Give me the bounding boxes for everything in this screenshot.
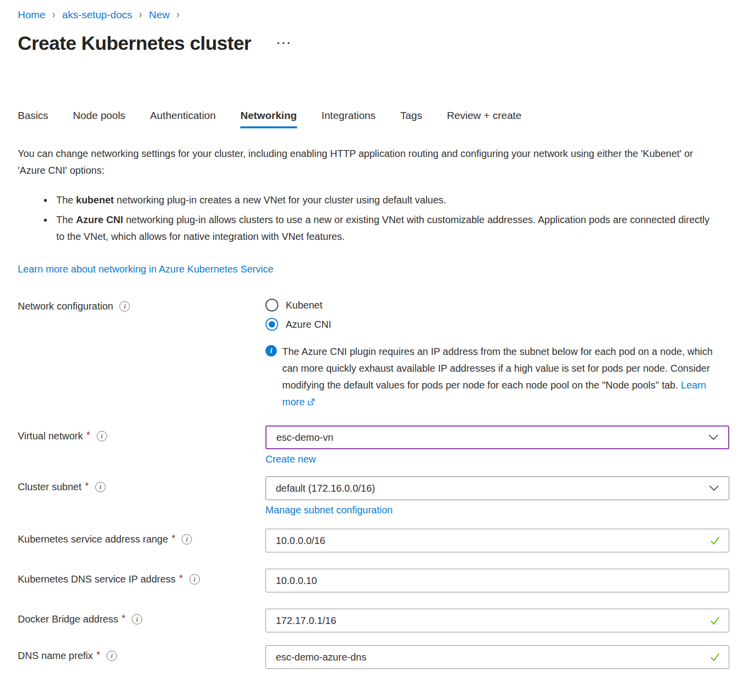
- info-filled-icon: i: [265, 345, 277, 356]
- field-label-text: Network configuration: [18, 301, 113, 312]
- tab-basics[interactable]: Basics: [18, 110, 48, 128]
- cluster-subnet-select[interactable]: default (172.16.0.0/16): [265, 476, 729, 500]
- field-label-text: Cluster subnet: [18, 481, 81, 493]
- docker-bridge-row: Docker Bridge address * i: [18, 609, 729, 632]
- virtual-network-row: Virtual network * i esc-demo-vn Create n…: [18, 426, 729, 465]
- breadcrumb: Home › aks-setup-docs › New ›: [13, 9, 729, 21]
- dns-service-ip-input[interactable]: [265, 569, 729, 592]
- bullet-azure-cni: The Azure CNI networking plug-in allows …: [53, 211, 710, 245]
- field-label-text: Docker Bridge address: [18, 614, 118, 625]
- required-asterisk: *: [85, 480, 89, 492]
- networking-form: Network configuration i Kubenet Azure CN…: [18, 299, 729, 669]
- tab-integrations[interactable]: Integrations: [322, 110, 376, 128]
- tab-authentication[interactable]: Authentication: [150, 110, 216, 128]
- required-asterisk: *: [121, 613, 125, 624]
- info-note-text: The Azure CNI plugin requires an IP addr…: [282, 343, 729, 410]
- radio-option-azure-cni[interactable]: Azure CNI: [265, 318, 331, 331]
- valid-checkmark-icon: [709, 534, 721, 547]
- info-icon[interactable]: i: [97, 431, 107, 441]
- manage-subnet-configuration-link[interactable]: Manage subnet configuration: [265, 505, 393, 516]
- chevron-right-icon: ›: [177, 8, 180, 22]
- create-new-vnet-link[interactable]: Create new: [265, 454, 316, 465]
- info-icon[interactable]: i: [95, 482, 106, 492]
- info-icon[interactable]: i: [107, 651, 117, 661]
- required-asterisk: *: [96, 649, 100, 661]
- required-asterisk: *: [179, 573, 183, 584]
- chevron-down-icon: [709, 485, 719, 491]
- info-icon[interactable]: i: [132, 614, 142, 624]
- dns-service-ip-row: Kubernetes DNS service IP address * i: [18, 569, 729, 592]
- info-note-body: The Azure CNI plugin requires an IP addr…: [282, 346, 712, 390]
- cluster-subnet-value: default (172.16.0.0/16): [276, 483, 375, 494]
- required-asterisk: *: [172, 533, 176, 544]
- service-address-range-row: Kubernetes service address range * i: [18, 529, 729, 552]
- azure-cni-info-note: i The Azure CNI plugin requires an IP ad…: [265, 343, 729, 410]
- valid-checkmark-icon: [709, 651, 721, 663]
- radio-label-kubenet: Kubenet: [286, 300, 323, 311]
- network-configuration-radio-group: Kubenet Azure CNI: [265, 299, 729, 331]
- breadcrumb-link-home[interactable]: Home: [18, 9, 45, 21]
- service-address-range-label: Kubernetes service address range * i: [18, 529, 265, 545]
- learn-more-networking-link[interactable]: Learn more about networking in Azure Kub…: [18, 264, 273, 275]
- virtual-network-label: Virtual network * i: [18, 426, 265, 442]
- info-icon[interactable]: i: [182, 534, 192, 544]
- required-asterisk: *: [86, 429, 90, 441]
- info-icon[interactable]: i: [119, 301, 130, 311]
- chevron-right-icon: ›: [139, 8, 142, 22]
- title-row: Create Kubernetes cluster ···: [18, 33, 729, 54]
- cluster-subnet-row: Cluster subnet * i default (172.16.0.0/1…: [18, 476, 729, 516]
- more-menu-button[interactable]: ···: [275, 38, 294, 49]
- info-icon[interactable]: i: [189, 574, 200, 584]
- radio-option-kubenet[interactable]: Kubenet: [265, 299, 323, 311]
- field-label-text: Kubernetes DNS service IP address: [18, 574, 176, 585]
- page-title: Create Kubernetes cluster: [18, 33, 251, 54]
- field-label-text: Kubernetes service address range: [18, 534, 168, 545]
- tab-tags[interactable]: Tags: [400, 110, 422, 128]
- virtual-network-select[interactable]: esc-demo-vn: [265, 426, 729, 449]
- external-link-icon: [307, 398, 315, 406]
- field-label-text: Virtual network: [18, 430, 83, 442]
- chevron-down-icon: [709, 434, 718, 440]
- network-configuration-label: Network configuration i: [18, 299, 265, 312]
- radio-selected-icon: [265, 318, 278, 331]
- radio-label-azure-cni: Azure CNI: [286, 319, 331, 330]
- field-label-text: DNS name prefix: [18, 650, 93, 661]
- service-address-range-input[interactable]: [265, 529, 729, 552]
- docker-bridge-label: Docker Bridge address * i: [18, 609, 265, 625]
- dns-name-prefix-row: DNS name prefix * i: [18, 645, 729, 669]
- virtual-network-value: esc-demo-vn: [276, 432, 334, 443]
- dns-service-ip-label: Kubernetes DNS service IP address * i: [18, 569, 265, 585]
- networking-intro-text: You can change networking settings for y…: [18, 145, 711, 179]
- tab-bar: Basics Node pools Authentication Network…: [18, 110, 729, 128]
- valid-checkmark-icon: [709, 614, 721, 627]
- create-kubernetes-cluster-page: Home › aks-setup-docs › New › Create Kub…: [0, 0, 748, 684]
- chevron-right-icon: ›: [52, 8, 55, 22]
- radio-unselected-icon: [265, 299, 278, 311]
- dns-name-prefix-label: DNS name prefix * i: [18, 645, 265, 661]
- tab-networking[interactable]: Networking: [240, 110, 297, 128]
- tab-review-create[interactable]: Review + create: [447, 110, 522, 128]
- network-configuration-row: Network configuration i Kubenet Azure CN…: [18, 299, 729, 410]
- docker-bridge-input[interactable]: [265, 609, 729, 632]
- tab-node-pools[interactable]: Node pools: [73, 110, 125, 128]
- breadcrumb-link-new[interactable]: New: [149, 9, 170, 21]
- plugin-bullet-list: The kubenet networking plug-in creates a…: [53, 192, 710, 245]
- bullet-kubenet: The kubenet networking plug-in creates a…: [53, 192, 710, 208]
- dns-name-prefix-input[interactable]: [265, 645, 729, 669]
- cluster-subnet-label: Cluster subnet * i: [18, 476, 265, 493]
- breadcrumb-link-aks-setup-docs[interactable]: aks-setup-docs: [62, 9, 132, 21]
